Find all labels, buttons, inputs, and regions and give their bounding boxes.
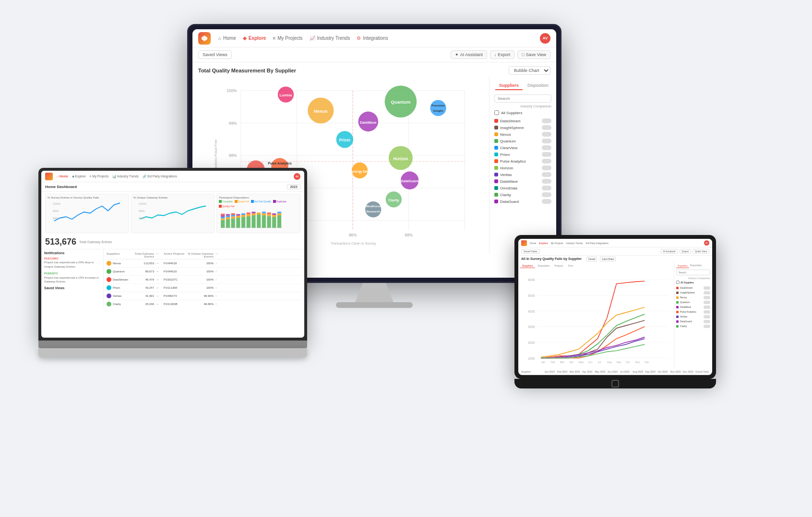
svg-rect-68 <box>226 214 230 215</box>
laptop-nav-explore[interactable]: ◈ Explore <box>72 175 86 178</box>
svg-text:DataWave: DataWave <box>360 120 376 125</box>
svg-rect-89 <box>262 212 266 213</box>
svg-text:May: May <box>579 361 584 364</box>
saved-views-button[interactable]: Saved Views <box>198 50 232 59</box>
svg-text:Jan: Jan <box>223 226 226 228</box>
tab-suppliers[interactable]: Suppliers <box>495 82 523 90</box>
th-suppliers: Suppliers <box>107 252 131 258</box>
svg-rect-71 <box>231 215 235 216</box>
svg-text:Oct: Oct <box>269 226 272 228</box>
survey-fails-chart: % Survey Entries in Survey Quality Fails… <box>45 194 129 233</box>
tablet-supplier-veritas: Veritas <box>676 314 710 319</box>
svg-rect-95 <box>272 213 276 215</box>
svg-marker-0 <box>202 35 207 41</box>
tablet-supplier-datastream: DataStream <box>676 285 710 290</box>
tablet-nav-explore[interactable]: Explore <box>539 242 548 245</box>
year-badge: 2023 <box>287 184 300 189</box>
tablet-supplier-quantum: Quantum <box>676 300 710 305</box>
svg-rect-72 <box>231 213 235 215</box>
tab-projects[interactable]: Projects <box>553 82 556 90</box>
svg-rect-97 <box>277 213 281 215</box>
svg-rect-83 <box>252 213 256 215</box>
svg-text:Oct: Oct <box>626 361 630 364</box>
th-projects: Active Projects <box>164 252 185 258</box>
saved-views-section-label: Saved Views <box>44 286 100 290</box>
svg-text:Dec: Dec <box>645 361 649 364</box>
supplier-item-pulse-analytics: Pulse Analytics <box>494 158 551 164</box>
laptop-nav-trends[interactable]: 📊 Industry Trends <box>112 175 139 178</box>
laptop-screen-frame: ⌂ Home ◈ Explore ≡ My Projects 📊 Industr… <box>38 168 307 341</box>
laptop-nav-projects[interactable]: ≡ My Projects <box>90 175 109 178</box>
svg-rect-87 <box>262 215 266 228</box>
svg-rect-88 <box>262 213 266 215</box>
chart-type-select[interactable]: Bubble Chart Line Chart Bar Chart <box>509 66 550 75</box>
svg-text:Nov: Nov <box>275 226 277 228</box>
participant-dispositions-chart: Participant Dispositions Complete Quota … <box>216 194 300 233</box>
tablet-chart-sidebar: Suppliers Disposition Industry Compariso… <box>674 262 712 367</box>
tablet-supplier-search[interactable] <box>676 270 710 275</box>
tablet-nav-home[interactable]: Home <box>530 242 536 245</box>
tablet-tab-suppliers[interactable]: Suppliers <box>520 264 535 268</box>
svg-text:DataGuard: DataGuard <box>401 179 418 183</box>
save-view-button[interactable]: □ Save View <box>517 50 550 59</box>
all-suppliers-checkbox[interactable] <box>494 110 499 115</box>
tablet-quick-view[interactable]: Quick View <box>693 249 709 254</box>
tablet-ai-assistant[interactable]: AI Assistant <box>661 249 678 254</box>
svg-text:99%: 99% <box>229 121 237 126</box>
svg-text:Apr: Apr <box>569 361 573 364</box>
tablet-tab-projects[interactable]: Projects <box>552 264 565 268</box>
tab-disposition[interactable]: Disposition <box>524 82 552 90</box>
tablet-home-button[interactable] <box>611 380 619 388</box>
ai-assistant-button[interactable]: ✦ AI Assistant <box>451 50 487 59</box>
tablet-nav-projects[interactable]: My Projects <box>551 242 563 245</box>
table-row: Veritas 41,991 → P1480274 99.96% ↑ <box>107 292 301 300</box>
tablet-supplier-insightsphere: InsightSphere <box>676 290 710 295</box>
ts-tab-disposition[interactable]: Disposition <box>690 264 702 268</box>
laptop-nav-integrations[interactable]: 🔗 3rd Party Integrations <box>143 175 177 178</box>
svg-rect-94 <box>272 215 276 217</box>
gateway-total-number: 513,676 <box>45 237 76 247</box>
tablet-nav-trends[interactable]: Industry Trends <box>566 242 583 245</box>
supplier-search-input[interactable] <box>494 94 551 103</box>
tablet-saved-views[interactable]: Saved Views <box>521 249 540 254</box>
svg-text:Aug: Aug <box>607 361 612 364</box>
th-entries: Total Gateway Entries <box>132 252 154 258</box>
supplier-item-datastream: DataStream <box>494 118 551 124</box>
tablet-tab-disposition[interactable]: Disposition <box>536 264 551 268</box>
svg-text:Research: Research <box>367 210 380 213</box>
svg-text:Transactions Clean in Survey: Transactions Clean in Survey <box>331 241 376 246</box>
supplier-item-nexus: Nexus <box>494 131 551 138</box>
supplier-item-quantum: Quantum <box>494 138 551 144</box>
nav-item-projects[interactable]: ≡My Projects <box>273 35 302 41</box>
svg-text:Jan: Jan <box>541 361 546 364</box>
laptop-nav-home[interactable]: ⌂ Home <box>57 175 68 178</box>
laptop: ⌂ Home ◈ Explore ≡ My Projects 📊 Industr… <box>38 168 307 369</box>
svg-text:MindForce: MindForce <box>366 204 381 208</box>
tablet-all-suppliers-cb[interactable] <box>676 281 680 284</box>
tablet: Home Explore My Projects Industry Trends… <box>514 235 716 388</box>
svg-rect-80 <box>247 214 251 216</box>
table-row: Prism 43,247 → P1S1136K 100% ↑ <box>107 284 301 292</box>
svg-text:Prism: Prism <box>339 138 350 142</box>
nav-item-integrations[interactable]: ⚙Integrations <box>357 35 388 41</box>
svg-text:4000: 4000 <box>528 310 535 313</box>
svg-text:Jun: Jun <box>249 226 251 228</box>
svg-text:Lumina: Lumina <box>280 93 293 97</box>
tablet-export[interactable]: Export <box>680 249 691 254</box>
svg-text:Nov: Nov <box>635 361 640 364</box>
laptop-bottom: Notifications P1S113RC Project has exper… <box>41 249 304 307</box>
tablet-nav-integrations[interactable]: 3rd Party Integrations <box>585 242 609 245</box>
supplier-item-clearview: ClearView <box>494 144 551 151</box>
svg-point-32 <box>430 100 446 116</box>
nav-item-home[interactable]: ⌂Home <box>218 35 236 41</box>
ts-tab-suppliers[interactable]: Suppliers <box>676 264 689 268</box>
tablet-nav: Home Explore My Projects Industry Trends… <box>518 239 712 247</box>
tablet-tab-time[interactable]: Time <box>566 264 575 268</box>
svg-text:Dec: Dec <box>279 226 282 228</box>
svg-rect-81 <box>247 212 251 214</box>
notification-2: P1S0227C Project has experienced a 15% i… <box>44 271 100 283</box>
th-sort1: ↑↓ <box>156 252 162 258</box>
nav-item-explore[interactable]: ◈Explore <box>243 35 266 41</box>
export-button[interactable]: ↓ Export <box>490 50 515 59</box>
nav-item-trends[interactable]: 📈Industry Trends <box>310 35 350 41</box>
